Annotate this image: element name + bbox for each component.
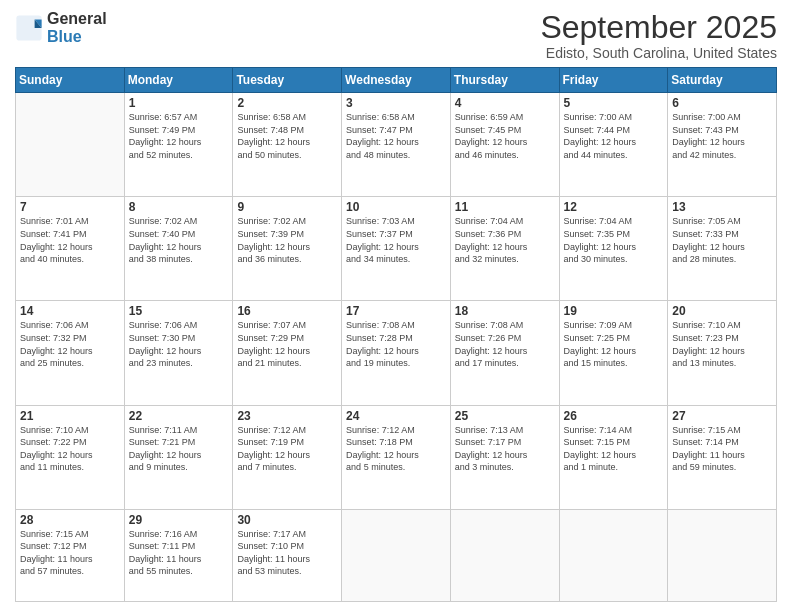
table-row: 29Sunrise: 7:16 AM Sunset: 7:11 PM Dayli… xyxy=(124,509,233,601)
day-detail: Sunrise: 7:17 AM Sunset: 7:10 PM Dayligh… xyxy=(237,528,337,578)
table-row: 15Sunrise: 7:06 AM Sunset: 7:30 PM Dayli… xyxy=(124,301,233,405)
day-number: 23 xyxy=(237,409,337,423)
page: General Blue September 2025 Edisto, Sout… xyxy=(0,0,792,612)
table-row: 13Sunrise: 7:05 AM Sunset: 7:33 PM Dayli… xyxy=(668,197,777,301)
day-detail: Sunrise: 7:02 AM Sunset: 7:40 PM Dayligh… xyxy=(129,215,229,265)
table-row: 2Sunrise: 6:58 AM Sunset: 7:48 PM Daylig… xyxy=(233,93,342,197)
table-row: 11Sunrise: 7:04 AM Sunset: 7:36 PM Dayli… xyxy=(450,197,559,301)
day-detail: Sunrise: 7:07 AM Sunset: 7:29 PM Dayligh… xyxy=(237,319,337,369)
col-wednesday: Wednesday xyxy=(342,68,451,93)
day-number: 20 xyxy=(672,304,772,318)
day-detail: Sunrise: 7:00 AM Sunset: 7:43 PM Dayligh… xyxy=(672,111,772,161)
day-detail: Sunrise: 7:05 AM Sunset: 7:33 PM Dayligh… xyxy=(672,215,772,265)
day-number: 26 xyxy=(564,409,664,423)
day-number: 2 xyxy=(237,96,337,110)
day-number: 11 xyxy=(455,200,555,214)
table-row: 5Sunrise: 7:00 AM Sunset: 7:44 PM Daylig… xyxy=(559,93,668,197)
day-number: 13 xyxy=(672,200,772,214)
col-thursday: Thursday xyxy=(450,68,559,93)
table-row: 17Sunrise: 7:08 AM Sunset: 7:28 PM Dayli… xyxy=(342,301,451,405)
logo-general-label: General xyxy=(47,10,107,28)
table-row xyxy=(16,93,125,197)
day-detail: Sunrise: 7:04 AM Sunset: 7:36 PM Dayligh… xyxy=(455,215,555,265)
table-row: 16Sunrise: 7:07 AM Sunset: 7:29 PM Dayli… xyxy=(233,301,342,405)
day-detail: Sunrise: 7:08 AM Sunset: 7:26 PM Dayligh… xyxy=(455,319,555,369)
day-detail: Sunrise: 7:15 AM Sunset: 7:14 PM Dayligh… xyxy=(672,424,772,474)
day-detail: Sunrise: 7:10 AM Sunset: 7:22 PM Dayligh… xyxy=(20,424,120,474)
table-row: 4Sunrise: 6:59 AM Sunset: 7:45 PM Daylig… xyxy=(450,93,559,197)
table-row xyxy=(559,509,668,601)
day-number: 7 xyxy=(20,200,120,214)
day-number: 8 xyxy=(129,200,229,214)
header: General Blue September 2025 Edisto, Sout… xyxy=(15,10,777,61)
table-row: 26Sunrise: 7:14 AM Sunset: 7:15 PM Dayli… xyxy=(559,405,668,509)
day-detail: Sunrise: 7:04 AM Sunset: 7:35 PM Dayligh… xyxy=(564,215,664,265)
day-detail: Sunrise: 7:09 AM Sunset: 7:25 PM Dayligh… xyxy=(564,319,664,369)
day-detail: Sunrise: 7:12 AM Sunset: 7:18 PM Dayligh… xyxy=(346,424,446,474)
table-row: 10Sunrise: 7:03 AM Sunset: 7:37 PM Dayli… xyxy=(342,197,451,301)
table-row: 22Sunrise: 7:11 AM Sunset: 7:21 PM Dayli… xyxy=(124,405,233,509)
col-saturday: Saturday xyxy=(668,68,777,93)
day-detail: Sunrise: 6:58 AM Sunset: 7:47 PM Dayligh… xyxy=(346,111,446,161)
logo: General Blue xyxy=(15,10,107,45)
table-row: 23Sunrise: 7:12 AM Sunset: 7:19 PM Dayli… xyxy=(233,405,342,509)
subtitle: Edisto, South Carolina, United States xyxy=(540,45,777,61)
day-detail: Sunrise: 7:11 AM Sunset: 7:21 PM Dayligh… xyxy=(129,424,229,474)
day-detail: Sunrise: 7:15 AM Sunset: 7:12 PM Dayligh… xyxy=(20,528,120,578)
day-number: 19 xyxy=(564,304,664,318)
day-number: 10 xyxy=(346,200,446,214)
day-number: 28 xyxy=(20,513,120,527)
col-monday: Monday xyxy=(124,68,233,93)
day-number: 6 xyxy=(672,96,772,110)
day-detail: Sunrise: 7:02 AM Sunset: 7:39 PM Dayligh… xyxy=(237,215,337,265)
table-row: 21Sunrise: 7:10 AM Sunset: 7:22 PM Dayli… xyxy=(16,405,125,509)
col-friday: Friday xyxy=(559,68,668,93)
table-row: 12Sunrise: 7:04 AM Sunset: 7:35 PM Dayli… xyxy=(559,197,668,301)
day-number: 30 xyxy=(237,513,337,527)
day-detail: Sunrise: 6:57 AM Sunset: 7:49 PM Dayligh… xyxy=(129,111,229,161)
table-row: 3Sunrise: 6:58 AM Sunset: 7:47 PM Daylig… xyxy=(342,93,451,197)
table-row: 19Sunrise: 7:09 AM Sunset: 7:25 PM Dayli… xyxy=(559,301,668,405)
title-block: September 2025 Edisto, South Carolina, U… xyxy=(540,10,777,61)
col-sunday: Sunday xyxy=(16,68,125,93)
day-number: 16 xyxy=(237,304,337,318)
day-detail: Sunrise: 7:01 AM Sunset: 7:41 PM Dayligh… xyxy=(20,215,120,265)
month-title: September 2025 xyxy=(540,10,777,45)
day-detail: Sunrise: 7:12 AM Sunset: 7:19 PM Dayligh… xyxy=(237,424,337,474)
day-detail: Sunrise: 7:06 AM Sunset: 7:32 PM Dayligh… xyxy=(20,319,120,369)
day-detail: Sunrise: 6:59 AM Sunset: 7:45 PM Dayligh… xyxy=(455,111,555,161)
day-number: 4 xyxy=(455,96,555,110)
table-row: 1Sunrise: 6:57 AM Sunset: 7:49 PM Daylig… xyxy=(124,93,233,197)
logo-text: General Blue xyxy=(47,10,107,45)
table-row: 8Sunrise: 7:02 AM Sunset: 7:40 PM Daylig… xyxy=(124,197,233,301)
table-row: 25Sunrise: 7:13 AM Sunset: 7:17 PM Dayli… xyxy=(450,405,559,509)
table-row: 24Sunrise: 7:12 AM Sunset: 7:18 PM Dayli… xyxy=(342,405,451,509)
day-number: 3 xyxy=(346,96,446,110)
day-number: 1 xyxy=(129,96,229,110)
day-detail: Sunrise: 7:16 AM Sunset: 7:11 PM Dayligh… xyxy=(129,528,229,578)
day-detail: Sunrise: 7:13 AM Sunset: 7:17 PM Dayligh… xyxy=(455,424,555,474)
table-row: 18Sunrise: 7:08 AM Sunset: 7:26 PM Dayli… xyxy=(450,301,559,405)
day-detail: Sunrise: 7:08 AM Sunset: 7:28 PM Dayligh… xyxy=(346,319,446,369)
table-row xyxy=(450,509,559,601)
day-detail: Sunrise: 7:00 AM Sunset: 7:44 PM Dayligh… xyxy=(564,111,664,161)
day-detail: Sunrise: 6:58 AM Sunset: 7:48 PM Dayligh… xyxy=(237,111,337,161)
table-row: 7Sunrise: 7:01 AM Sunset: 7:41 PM Daylig… xyxy=(16,197,125,301)
day-number: 12 xyxy=(564,200,664,214)
col-tuesday: Tuesday xyxy=(233,68,342,93)
table-row xyxy=(668,509,777,601)
table-row xyxy=(342,509,451,601)
day-number: 18 xyxy=(455,304,555,318)
day-detail: Sunrise: 7:10 AM Sunset: 7:23 PM Dayligh… xyxy=(672,319,772,369)
day-detail: Sunrise: 7:14 AM Sunset: 7:15 PM Dayligh… xyxy=(564,424,664,474)
day-detail: Sunrise: 7:03 AM Sunset: 7:37 PM Dayligh… xyxy=(346,215,446,265)
day-number: 15 xyxy=(129,304,229,318)
table-row: 28Sunrise: 7:15 AM Sunset: 7:12 PM Dayli… xyxy=(16,509,125,601)
day-number: 22 xyxy=(129,409,229,423)
day-number: 21 xyxy=(20,409,120,423)
day-number: 9 xyxy=(237,200,337,214)
calendar-header-row: Sunday Monday Tuesday Wednesday Thursday… xyxy=(16,68,777,93)
day-detail: Sunrise: 7:06 AM Sunset: 7:30 PM Dayligh… xyxy=(129,319,229,369)
calendar-table: Sunday Monday Tuesday Wednesday Thursday… xyxy=(15,67,777,602)
table-row: 27Sunrise: 7:15 AM Sunset: 7:14 PM Dayli… xyxy=(668,405,777,509)
